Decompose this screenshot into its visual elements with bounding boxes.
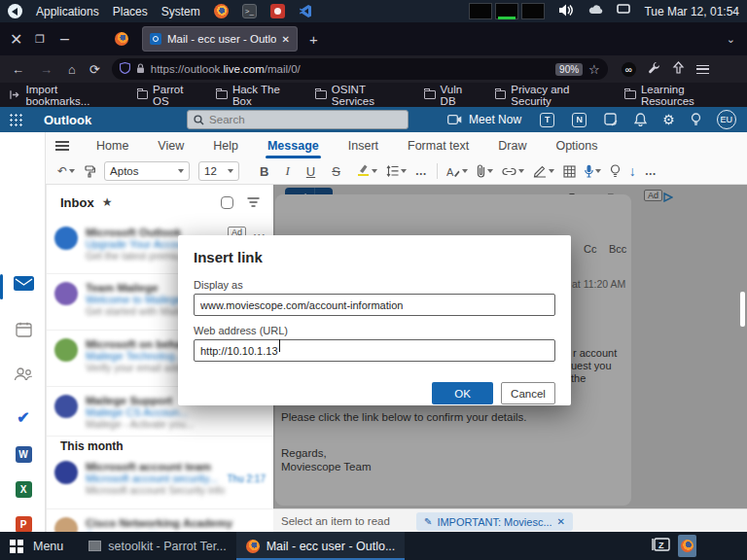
updates-cloud-icon[interactable] [588, 4, 603, 18]
red-app-launcher-icon[interactable] [270, 4, 285, 18]
more-formatting-button[interactable]: … [415, 164, 428, 178]
settings-gear-icon[interactable]: ⚙ [662, 112, 675, 127]
volume-icon[interactable] [558, 3, 575, 20]
notifications-bell-icon[interactable] [634, 113, 647, 126]
tips-lightbulb-icon[interactable] [691, 113, 701, 126]
forward-icon[interactable]: → [40, 62, 53, 77]
bookmark-folder-learning-resources[interactable]: Learning Resources [624, 84, 737, 107]
url-field[interactable]: https://outlook.live.com/mail/0/ 90% ☆ [112, 58, 608, 80]
signature-button[interactable] [533, 165, 554, 178]
taskbar-menu-grid-icon[interactable] [10, 540, 23, 553]
outlook-search-box[interactable] [187, 110, 409, 129]
notes-icon[interactable] [604, 113, 618, 126]
mail-list-item[interactable]: Cisco Networking Academy Get started wit… [47, 510, 273, 532]
display-as-input[interactable] [194, 294, 555, 316]
menu-applications[interactable]: Applications [36, 5, 99, 18]
parrot-logo-icon[interactable] [8, 4, 22, 18]
select-messages-icon[interactable] [221, 196, 233, 209]
font-name-select[interactable]: Aptos [104, 161, 190, 181]
excel-icon[interactable]: X [13, 480, 34, 498]
insert-table-button[interactable] [563, 165, 576, 178]
powerpoint-icon[interactable]: P [13, 515, 34, 533]
tab-draw[interactable]: Draw [496, 135, 528, 157]
calendar-icon[interactable] [13, 321, 34, 338]
inbox-title[interactable]: Inbox [60, 195, 94, 210]
ribbon-hamburger-icon[interactable] [55, 141, 69, 151]
back-icon[interactable]: ← [12, 62, 24, 77]
tab-options[interactable]: Options [553, 135, 599, 157]
insert-link-button[interactable] [502, 167, 524, 176]
clock[interactable]: Tue Mar 12, 01:54 [644, 5, 739, 18]
bookmark-folder-vuln-db[interactable]: Vuln DB [424, 84, 480, 107]
outlook-brand[interactable]: Outlook [44, 113, 91, 127]
dictate-microphone-button[interactable] [585, 164, 601, 178]
window-restore-icon[interactable]: ❐ [35, 33, 49, 46]
browser-tab[interactable]: Mail - ecc user - Outlook ✕ [142, 26, 298, 52]
highlight-button[interactable] [357, 163, 377, 179]
mail-list-item[interactable]: Microsoft account team Microsoft account… [47, 454, 273, 509]
bookmark-folder-hack-the-box[interactable]: Hack The Box [216, 84, 300, 107]
todo-icon[interactable]: ✔ [13, 408, 34, 426]
extension-infinity-icon[interactable]: ∞ [622, 62, 636, 77]
window-minimize-icon[interactable]: – [60, 30, 74, 48]
account-avatar[interactable]: EU [717, 110, 736, 129]
task-setoolkit-terminal[interactable]: setoolkit - Parrot Ter... [79, 532, 235, 560]
zoom-level-badge[interactable]: 90% [555, 63, 583, 76]
scrollbar-handle[interactable] [740, 292, 745, 327]
ok-button[interactable]: OK [432, 382, 493, 404]
vscode-launcher-icon[interactable] [299, 4, 313, 18]
display-icon[interactable] [617, 4, 630, 18]
people-icon[interactable] [13, 366, 34, 383]
format-painter-button[interactable] [84, 165, 95, 178]
reload-icon[interactable]: ⟳ [89, 62, 100, 77]
menu-hamburger-icon[interactable] [696, 65, 709, 74]
strikethrough-button[interactable]: S [332, 164, 340, 179]
lock-icon[interactable] [136, 63, 145, 76]
meet-now-label[interactable]: Meet Now [469, 113, 521, 126]
menu-system[interactable]: System [161, 5, 200, 18]
workspace-1[interactable] [469, 3, 492, 19]
workspace-3[interactable] [521, 3, 545, 19]
search-input[interactable] [209, 114, 384, 125]
app-launcher-waffle-icon[interactable] [10, 114, 22, 126]
line-spacing-button[interactable] [386, 165, 407, 177]
web-address-input[interactable] [194, 339, 555, 362]
menu-places[interactable]: Places [113, 5, 148, 18]
workspace-2-active[interactable] [495, 3, 518, 19]
bookmark-folder-privacy-security[interactable]: Privacy and Security [495, 84, 610, 107]
cancel-button[interactable]: Cancel [501, 382, 555, 404]
workspace-switcher[interactable] [469, 3, 545, 19]
tab-message-active[interactable]: Message [266, 135, 321, 157]
terminal-launcher-icon[interactable]: >_ [242, 4, 257, 18]
word-icon[interactable]: W [13, 445, 34, 463]
teams-icon[interactable]: T [540, 113, 554, 127]
tab-list-chevron-icon[interactable]: ⌄ [727, 33, 735, 46]
underline-button[interactable]: U [306, 164, 315, 179]
draft-tab-close-icon[interactable]: ✕ [557, 516, 565, 527]
bookmark-folder-parrot-os[interactable]: Parrot OS [137, 84, 201, 107]
bold-button[interactable]: B [260, 164, 268, 179]
italic-button[interactable]: I [285, 163, 289, 179]
bookmark-star-icon[interactable]: ☆ [588, 62, 600, 77]
tab-format-text[interactable]: Format text [406, 135, 471, 157]
favorite-star-icon[interactable]: ★ [102, 195, 113, 209]
bookmark-folder-osint-services[interactable]: OSINT Services [315, 84, 409, 107]
mail-icon[interactable] [13, 274, 34, 292]
tab-home[interactable]: Home [94, 135, 130, 157]
task-firefox-outlook[interactable]: Mail - ecc user - Outlo... [236, 532, 406, 560]
tab-close-icon[interactable]: ✕ [282, 34, 290, 45]
home-icon[interactable]: ⌂ [68, 62, 76, 77]
taskbar-menu-label[interactable]: Menu [33, 540, 63, 553]
sidebar-toggle-icon[interactable] [672, 61, 685, 77]
tab-help[interactable]: Help [211, 135, 240, 157]
window-close-icon[interactable]: ✕ [10, 30, 23, 49]
filter-icon[interactable] [247, 193, 260, 211]
tracking-shield-icon[interactable] [120, 62, 130, 76]
onenote-icon[interactable]: N [572, 113, 587, 127]
firefox-launcher-icon[interactable] [214, 4, 229, 18]
tab-view[interactable]: View [156, 135, 186, 157]
toolbar-overflow-button[interactable]: … [645, 164, 658, 178]
font-size-select[interactable]: 12 [198, 161, 239, 181]
styles-button[interactable]: A [446, 165, 468, 178]
expand-down-arrow-button[interactable]: ↓ [629, 163, 636, 179]
